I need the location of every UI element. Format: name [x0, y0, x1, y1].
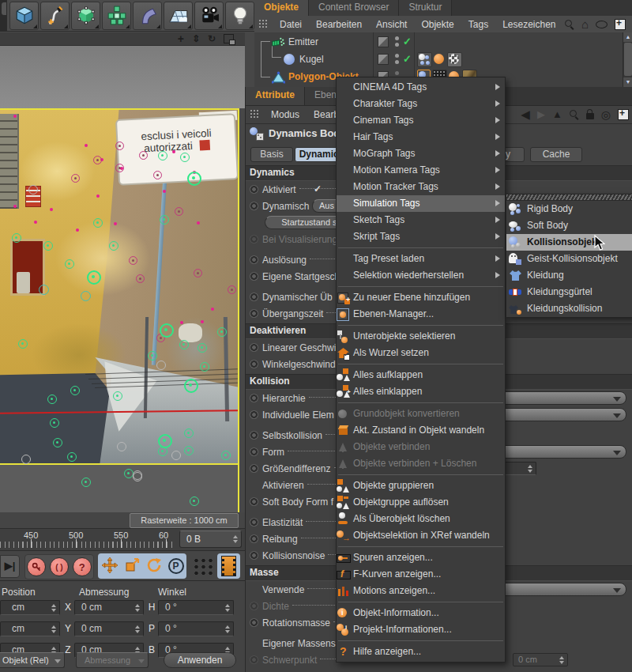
position-field[interactable]: cm	[0, 621, 60, 636]
attr-menu-modus[interactable]: Modus	[264, 109, 307, 120]
search-icon[interactable]	[565, 20, 574, 29]
value-field[interactable]: 0 cm	[513, 653, 568, 666]
menu-datei[interactable]: Datei	[273, 19, 309, 30]
menu-item[interactable]: Tag Preset laden	[337, 251, 505, 267]
light-tool[interactable]	[225, 2, 254, 30]
scroll-up-icon[interactable]: ▲	[623, 32, 632, 42]
keyframe-toggle-icon[interactable]	[250, 272, 258, 281]
attr-tab-attribute[interactable]: Attribute	[246, 87, 305, 105]
menu-item[interactable]: +Alles einklappen	[337, 383, 505, 400]
keyframe-toggle-icon[interactable]	[250, 431, 258, 440]
menu-item[interactable]: Charakter Tags	[337, 96, 505, 112]
menu-item[interactable]: Ebenen-Manager...	[337, 306, 505, 323]
layer-box[interactable]	[378, 54, 389, 65]
timeline-ruler[interactable]: 0 B 45050055060	[0, 528, 245, 551]
keyframe-toggle-icon[interactable]	[250, 235, 258, 244]
manager-tab-2[interactable]: Struktur	[399, 0, 452, 16]
help-record-button[interactable]: ?	[73, 557, 92, 576]
menu-item[interactable]: Objekte verbinden + Löschen	[337, 455, 505, 472]
scale-tool[interactable]	[124, 557, 140, 576]
viewport-zoom-icon[interactable]: ⇕	[192, 33, 200, 44]
viewport-pan-icon[interactable]: +	[178, 32, 184, 45]
array-tool[interactable]	[102, 2, 131, 30]
menu-item[interactable]: Motion Kamera Tags	[337, 162, 505, 179]
submenu-item[interactable]: Soft Body	[506, 217, 632, 234]
menu-item[interactable]: fF-Kurven anzeigen...	[337, 566, 505, 583]
menu-item[interactable]: →Objektselektion in XRef wandeln	[337, 527, 505, 544]
visibility-dots[interactable]	[395, 36, 399, 49]
frame-stepper-icon[interactable]	[233, 535, 239, 543]
move-tool[interactable]	[101, 557, 118, 576]
object-label[interactable]: Kugel	[299, 54, 324, 65]
edit-cube-tool[interactable]	[71, 2, 100, 30]
menu-item[interactable]: MoGraph Tags	[337, 145, 505, 162]
menu-item[interactable]: Cineman Tags	[337, 112, 505, 129]
menu-item[interactable]: Alles aufklappen	[337, 367, 505, 383]
menu-item[interactable]: +Zu neuer Ebene hinzufügen	[337, 289, 505, 306]
manager-tab-0[interactable]: Objekte	[254, 0, 309, 16]
menu-item[interactable]: Objekte gruppieren	[337, 478, 505, 494]
tear-off-handle[interactable]	[506, 194, 632, 201]
menu-item[interactable]: Akt. Zustand in Objekt wandeln	[337, 422, 505, 439]
spline-tool[interactable]	[40, 2, 70, 30]
keyframe-toggle-icon[interactable]	[250, 309, 258, 318]
menu-item[interactable]: Sketch Tags	[337, 212, 505, 228]
keyframe-toggle-icon[interactable]	[250, 518, 258, 527]
menu-item[interactable]: CINEMA 4D Tags	[337, 79, 505, 96]
keyframe-toggle-icon[interactable]	[250, 293, 258, 301]
go-end-button[interactable]: ▶|	[0, 555, 20, 578]
menu-item[interactable]: Grundobjekt konvertieren	[337, 406, 505, 422]
keyframe-toggle-icon[interactable]	[250, 618, 258, 627]
keyframe-toggle-icon[interactable]	[250, 343, 258, 352]
position-field[interactable]: cm	[0, 600, 60, 615]
menu-item[interactable]: iProjekt-Informationen...	[337, 621, 505, 638]
eye-icon[interactable]	[596, 21, 608, 28]
object-row[interactable]: Kugel	[283, 51, 324, 68]
scrollbar-thumb[interactable]	[624, 43, 632, 76]
scroll-down-icon[interactable]: ▼	[623, 77, 632, 87]
grip-handle-icon[interactable]	[250, 109, 259, 119]
apply-button[interactable]: Anwenden	[164, 652, 236, 668]
submenu-item[interactable]: Kleidungskollision	[506, 300, 632, 317]
menu-item[interactable]: ?Hilfe anzeigen...	[337, 644, 505, 660]
menu-item[interactable]: Unterobjekte selektieren	[337, 328, 505, 345]
enabled-check-icon[interactable]: ✓	[403, 36, 412, 47]
coord-mode-dropdown[interactable]: Objekt (Rel)	[0, 652, 65, 668]
history-forward-icon[interactable]: ▶	[537, 108, 545, 120]
camera-tool[interactable]	[194, 2, 224, 30]
menu-item[interactable]: Skript Tags	[337, 228, 505, 245]
menu-objekte[interactable]: Objekte	[414, 19, 461, 30]
keyframe-toggle-icon[interactable]	[250, 185, 258, 194]
size-field[interactable]: 0 cm	[74, 600, 144, 615]
submenu-item[interactable]: Rigid Body	[506, 201, 632, 217]
grip-handle-icon[interactable]	[258, 19, 268, 29]
frame-field[interactable]: 0 B	[179, 530, 242, 548]
menu-item[interactable]: Objekte verbinden	[337, 439, 505, 455]
menu-ansicht[interactable]: Ansicht	[369, 19, 414, 30]
submenu-item[interactable]: Kleidungsgürtel	[506, 284, 632, 300]
menu-item[interactable]: Spuren anzeigen...	[337, 549, 505, 566]
viewport-titlebar[interactable]: + ⇕ ↻	[0, 32, 245, 46]
enabled-check-icon[interactable]: ✓	[403, 53, 412, 65]
p-coord-button[interactable]: P	[168, 558, 184, 574]
menu-item[interactable]: Selektion wiederherstellen	[337, 267, 505, 284]
keyframe-toggle-icon[interactable]	[250, 394, 258, 402]
grid-dots-button[interactable]	[192, 557, 213, 576]
object-manager-scrollbar[interactable]: ▲ ▼	[623, 32, 632, 87]
size-mode-dropdown[interactable]: Abmessung	[76, 652, 149, 668]
search-icon[interactable]	[570, 110, 579, 119]
keyframe-toggle-icon[interactable]	[250, 255, 258, 264]
size-field[interactable]: 0 cm	[74, 621, 144, 636]
autokey-button[interactable]: ( )	[50, 557, 69, 576]
lock-icon[interactable]	[586, 113, 594, 119]
viewport-maximize-icon[interactable]	[224, 34, 234, 43]
menu-bearbeiten[interactable]: Bearbeiten	[309, 19, 369, 30]
target-icon[interactable]: ◎	[601, 108, 611, 121]
tag-tab-cache[interactable]: Cache	[530, 147, 582, 162]
plus-box-icon[interactable]	[615, 19, 626, 30]
cube-tool[interactable]	[9, 2, 39, 30]
deform-tool[interactable]	[133, 2, 162, 30]
checkbox-checked-icon[interactable]: ✓	[314, 183, 322, 194]
keyframe-toggle-icon[interactable]	[250, 655, 258, 664]
menu-item[interactable]: Simulation Tags	[337, 195, 505, 212]
